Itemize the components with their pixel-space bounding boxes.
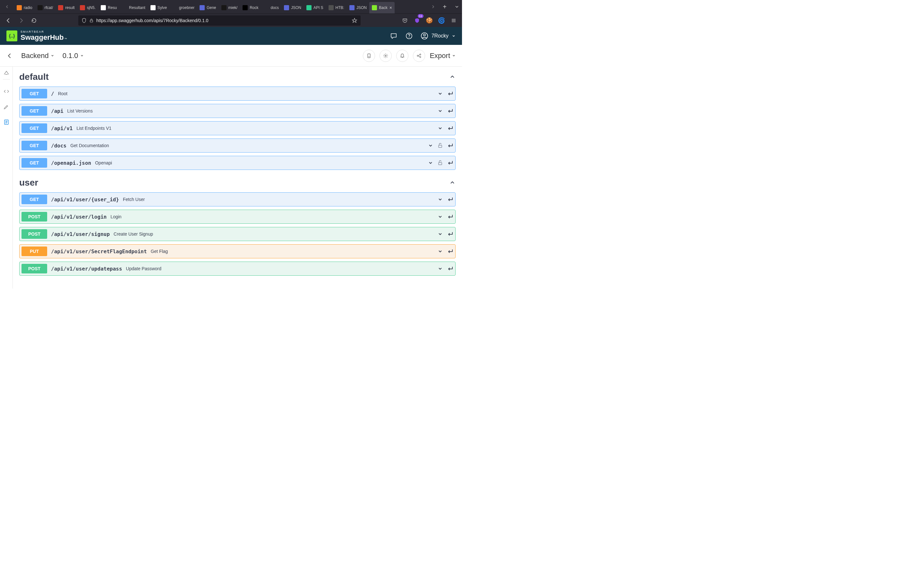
operation-row[interactable]: POST/api/v1/user/signupCreate User Signu… (19, 227, 456, 241)
browser-tab[interactable]: docs (261, 2, 281, 13)
browser-tab[interactable]: sjN5. (78, 2, 98, 13)
chat-icon[interactable] (390, 32, 397, 40)
favicon-icon (284, 5, 289, 10)
tag-header[interactable]: default (19, 71, 456, 83)
swaggerhub-logo[interactable]: {..} SMARTBEAR SwaggerHub™ (6, 30, 67, 42)
hamburger-menu-icon[interactable] (449, 15, 459, 26)
tabs-scroll-right[interactable] (429, 2, 438, 11)
return-arrow-icon[interactable] (447, 214, 453, 219)
lock-open-icon[interactable] (437, 143, 443, 148)
tabs-scroll-left[interactable] (3, 2, 11, 11)
share-button[interactable] (413, 50, 425, 62)
notifications-button[interactable] (396, 50, 409, 62)
tab-label: Resu (108, 5, 117, 10)
chevron-down-icon (51, 54, 54, 57)
chevron-down-icon[interactable] (437, 248, 443, 254)
new-tab-button[interactable]: + (439, 2, 450, 12)
api-version-dropdown[interactable]: 0.1.0 (63, 52, 84, 60)
chevron-down-icon[interactable] (437, 108, 443, 114)
chevron-down-icon[interactable] (428, 160, 433, 166)
return-arrow-icon[interactable] (447, 197, 453, 202)
back-button[interactable] (3, 15, 13, 26)
browser-tab[interactable]: radio (14, 2, 35, 13)
browser-tab[interactable]: HTB: (326, 2, 347, 13)
operation-summary: Update Password (126, 266, 162, 271)
browser-tab[interactable]: miek/ (219, 2, 240, 13)
browser-tab[interactable]: Sylve (148, 2, 170, 13)
browser-tab[interactable]: result (55, 2, 77, 13)
chevron-down-icon[interactable] (428, 143, 433, 148)
chevron-down-icon[interactable] (437, 125, 443, 131)
chevron-down-icon (452, 34, 456, 38)
extension-emoji-1-icon[interactable]: 🍪 (424, 15, 435, 26)
operation-row[interactable]: GET/api/v1/user/{user_id}Fetch User (19, 192, 456, 206)
svg-point-8 (420, 54, 421, 55)
chevron-down-icon[interactable] (437, 231, 443, 237)
favicon-icon (264, 5, 269, 10)
user-menu[interactable]: 7Rocky (421, 32, 456, 40)
settings-button[interactable] (380, 50, 392, 62)
tab-label: Rock (250, 5, 258, 10)
tag-header[interactable]: user (19, 176, 456, 189)
sub-back-button[interactable] (6, 53, 13, 59)
return-arrow-icon[interactable] (447, 91, 453, 96)
operation-row[interactable]: POST/api/v1/user/updatepassUpdate Passwo… (19, 261, 456, 276)
operation-row[interactable]: POST/api/v1/user/loginLogin (19, 210, 456, 224)
return-arrow-icon[interactable] (447, 231, 453, 237)
return-arrow-icon[interactable] (447, 108, 453, 113)
api-name-dropdown[interactable]: Backend (21, 52, 54, 60)
tabs-dropdown[interactable] (452, 2, 462, 12)
browser-tab[interactable]: Back× (369, 2, 395, 13)
browser-tab[interactable]: Resu (98, 2, 120, 13)
url-bar[interactable]: https://app.swaggerhub.com/apis/7Rocky/B… (78, 15, 360, 26)
chevron-down-icon[interactable] (437, 266, 443, 271)
help-icon[interactable] (405, 32, 413, 40)
shield-icon (81, 18, 87, 23)
reload-button[interactable] (29, 15, 39, 26)
return-arrow-icon[interactable] (447, 266, 453, 271)
rail-design-icon[interactable] (3, 73, 10, 79)
return-arrow-icon[interactable] (447, 249, 453, 254)
pocket-icon[interactable] (400, 15, 410, 26)
rail-edit-icon[interactable] (3, 103, 10, 110)
browser-tab[interactable]: API S (304, 2, 326, 13)
return-arrow-icon[interactable] (447, 160, 453, 165)
user-avatar-icon (421, 32, 428, 40)
return-arrow-icon[interactable] (447, 126, 453, 131)
chevron-down-icon[interactable] (437, 197, 443, 202)
extension-ublock-icon[interactable]: 11 (412, 15, 422, 26)
operation-row[interactable]: GET/docsGet Documentation (19, 139, 456, 153)
svg-rect-12 (439, 163, 442, 165)
chevron-up-icon (449, 74, 456, 80)
favicon-icon (101, 5, 106, 10)
extension-emoji-2-icon[interactable]: 🌀 (436, 15, 447, 26)
operation-row[interactable]: GET/api/v1List Endpoints V1 (19, 121, 456, 135)
browser-tab[interactable]: Rock (240, 2, 261, 13)
operation-row[interactable]: GET/openapi.jsonOpenapi (19, 156, 456, 170)
tag-section: userGET/api/v1/user/{user_id}Fetch UserP… (19, 176, 456, 276)
operation-path: /api/v1/user/SecretFlagEndpoint (51, 248, 147, 255)
browser-tab[interactable]: Resultant (120, 2, 148, 13)
browser-tab[interactable]: JSON (347, 2, 369, 13)
operation-row[interactable]: GET/Root (19, 87, 456, 101)
close-tab-icon[interactable]: × (389, 5, 392, 10)
method-badge: POST (21, 264, 47, 274)
browser-tab[interactable]: groebner (170, 2, 197, 13)
create-new-button[interactable] (363, 50, 375, 62)
browser-tab[interactable]: rfcat/ (35, 2, 56, 13)
extension-badge: 11 (418, 14, 423, 18)
operation-row[interactable]: PUT/api/v1/user/SecretFlagEndpointGet Fl… (19, 244, 456, 258)
chevron-down-icon[interactable] (437, 91, 443, 97)
rail-code-icon[interactable] (3, 88, 10, 95)
chevron-down-icon[interactable] (437, 214, 443, 219)
rail-docs-icon[interactable] (3, 119, 10, 126)
forward-button[interactable] (16, 15, 26, 26)
favicon-icon (242, 5, 248, 10)
export-dropdown[interactable]: Export (430, 52, 456, 60)
operation-row[interactable]: GET/apiList Versions (19, 104, 456, 118)
browser-tab[interactable]: JSON (281, 2, 304, 13)
lock-open-icon[interactable] (437, 160, 443, 166)
bookmark-star-icon[interactable] (352, 18, 357, 23)
return-arrow-icon[interactable] (447, 143, 453, 148)
browser-tab[interactable]: Gene (197, 2, 218, 13)
